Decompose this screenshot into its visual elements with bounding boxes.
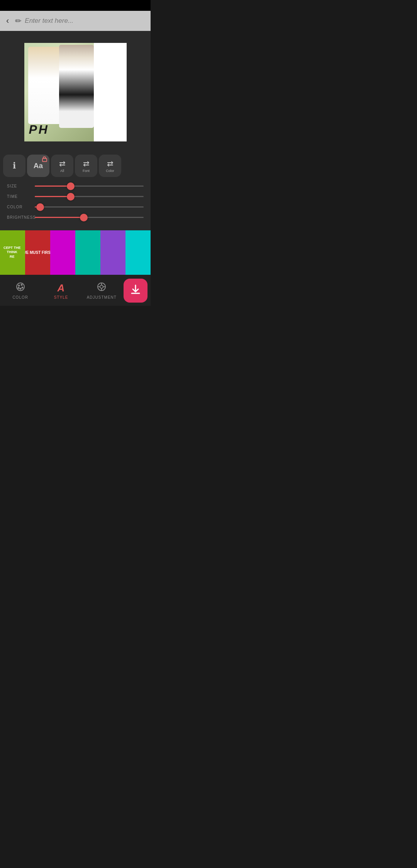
nav-color-icon bbox=[15, 282, 25, 294]
font-label-button[interactable]: ⇄ Font bbox=[75, 155, 97, 177]
canvas-image[interactable]: PH bbox=[24, 43, 127, 141]
size-thumb[interactable] bbox=[67, 182, 75, 190]
swatch-1-text: WE MUST FIRST bbox=[25, 250, 50, 255]
nav-color-label: COLOR bbox=[12, 295, 28, 300]
color-slider-row: COLOR bbox=[7, 205, 144, 209]
brightness-label: BRIGHTNESS bbox=[7, 215, 35, 220]
shuffle-font-icon: ⇄ bbox=[83, 159, 90, 168]
color-thumb[interactable] bbox=[36, 203, 44, 211]
svg-point-7 bbox=[100, 285, 103, 288]
svg-point-2 bbox=[20, 284, 22, 286]
lock-badge bbox=[42, 157, 47, 163]
pencil-icon: ✏ bbox=[15, 16, 22, 26]
svg-point-3 bbox=[21, 287, 23, 289]
status-bar bbox=[0, 0, 151, 11]
nav-color[interactable]: COLOR bbox=[0, 280, 41, 301]
canvas-left-panel: PH bbox=[24, 43, 94, 141]
color-label-button[interactable]: ⇄ Color bbox=[99, 155, 121, 177]
time-slider-row: TIME bbox=[7, 194, 144, 199]
swatch-2[interactable] bbox=[50, 230, 75, 275]
download-icon bbox=[130, 284, 141, 298]
nav-adjustment-icon bbox=[97, 282, 107, 294]
text-input[interactable] bbox=[25, 17, 144, 25]
color-swatches: cept thethinkre WE MUST FIRST bbox=[0, 230, 151, 275]
canvas-area: PH bbox=[0, 31, 151, 151]
download-button[interactable] bbox=[124, 279, 147, 303]
time-thumb[interactable] bbox=[67, 193, 75, 201]
nav-adjustment-label: ADJUSTMENT bbox=[87, 295, 117, 300]
shuffle-all-icon: ⇄ bbox=[59, 159, 66, 168]
svg-point-5 bbox=[17, 287, 19, 289]
all-label: All bbox=[60, 169, 64, 173]
nav-adjustment[interactable]: ADJUSTMENT bbox=[81, 280, 122, 301]
all-button[interactable]: ⇄ All bbox=[51, 155, 73, 177]
time-track bbox=[35, 196, 144, 197]
bottom-nav: COLOR A STYLE ADJUSTMENT bbox=[0, 275, 151, 306]
swatch-5[interactable] bbox=[125, 230, 151, 275]
font-btn-label: Font bbox=[83, 169, 90, 173]
size-label: SIZE bbox=[7, 184, 35, 188]
size-track bbox=[35, 186, 144, 187]
time-label: TIME bbox=[7, 194, 35, 199]
brightness-track bbox=[35, 217, 144, 218]
size-slider-row: SIZE bbox=[7, 184, 144, 188]
svg-point-1 bbox=[18, 285, 20, 287]
info-button[interactable]: ℹ bbox=[3, 155, 25, 177]
info-icon: ℹ bbox=[13, 161, 16, 171]
canvas-right-panel bbox=[94, 43, 127, 141]
svg-point-4 bbox=[19, 288, 21, 290]
nav-style[interactable]: A STYLE bbox=[41, 281, 81, 301]
swatch-0[interactable]: cept thethinkre bbox=[0, 230, 25, 275]
brightness-slider-row: BRIGHTNESS bbox=[7, 215, 144, 220]
brightness-thumb[interactable] bbox=[80, 214, 88, 221]
phi-text: PH bbox=[29, 123, 49, 137]
swatch-3[interactable] bbox=[75, 230, 100, 275]
swatch-4[interactable] bbox=[100, 230, 125, 275]
nav-style-label: STYLE bbox=[54, 295, 68, 300]
font-icon: Aa bbox=[34, 162, 43, 170]
color-btn-label: Color bbox=[106, 169, 114, 173]
nav-style-icon: A bbox=[58, 282, 65, 294]
header: ‹ ✏ bbox=[0, 11, 151, 31]
color-label: COLOR bbox=[7, 205, 35, 209]
font-button[interactable]: Aa bbox=[27, 155, 49, 177]
swatch-0-text: cept thethinkre bbox=[3, 246, 21, 259]
model-right bbox=[59, 45, 94, 128]
toolbar-icons: ℹ Aa ⇄ All ⇄ Font ⇄ Color bbox=[0, 151, 151, 177]
back-button[interactable]: ‹ bbox=[6, 16, 9, 26]
color-track bbox=[35, 206, 144, 208]
size-fill bbox=[35, 186, 71, 187]
time-fill bbox=[35, 196, 71, 197]
swatch-1[interactable]: WE MUST FIRST bbox=[25, 230, 50, 275]
brightness-fill bbox=[35, 217, 84, 218]
sliders-area: SIZE TIME COLOR BRIGHTNESS bbox=[0, 177, 151, 230]
shuffle-color-icon: ⇄ bbox=[107, 159, 114, 168]
